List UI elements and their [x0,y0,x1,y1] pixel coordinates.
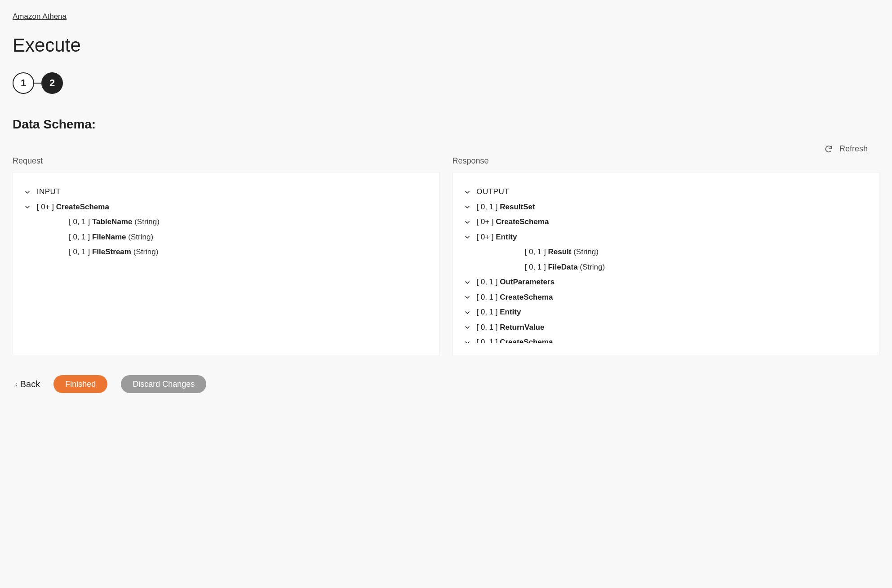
chevron-down-icon [464,336,471,343]
node-name: FileData [548,263,577,271]
tree-node-createschema[interactable]: [ 0+ ] CreateSchema [24,199,429,215]
tree-node-op-entity[interactable]: [ 0, 1 ] Entity [464,305,869,320]
chevron-down-icon [24,201,31,213]
cardinality: [ 0, 1 ] [69,217,90,226]
tree-node-output[interactable]: OUTPUT [464,184,869,199]
stepper: 1 2 [13,72,879,94]
node-name: TableName [92,217,132,226]
back-label: Back [20,379,40,389]
node-type: (String) [133,248,159,256]
chevron-down-icon [464,201,471,213]
cardinality: [ 0, 1 ] [476,293,497,301]
node-type: (String) [128,233,153,241]
node-name: CreateSchema [500,293,553,301]
cardinality: [ 0, 1 ] [476,323,497,332]
cardinality: [ 0, 1 ] [476,308,497,316]
chevron-down-icon [464,186,471,198]
tree-node-rs-result[interactable]: [ 0, 1 ] Result (String) [464,244,869,260]
step-connector [34,83,41,84]
tree-node-rs-filedata[interactable]: [ 0, 1 ] FileData (String) [464,260,869,275]
chevron-down-icon [464,216,471,228]
step-1[interactable]: 1 [13,72,34,94]
node-name: Entity [496,233,517,241]
tree-node-rv-createschema[interactable]: [ 0, 1 ] CreateSchema [464,335,869,343]
back-button[interactable]: ‹ Back [15,379,40,389]
tree-label: INPUT [37,187,61,196]
tree-node-outparameters[interactable]: [ 0, 1 ] OutParameters [464,274,869,290]
request-panel: INPUT [ 0+ ] CreateSchema [ 0, 1 ] Table… [13,172,440,355]
breadcrumb-link[interactable]: Amazon Athena [13,12,67,21]
step-2[interactable]: 2 [41,72,63,94]
chevron-down-icon [464,292,471,303]
node-name: FileName [92,233,126,241]
cardinality: [ 0+ ] [476,233,493,241]
tree-node-filestream[interactable]: [ 0, 1 ] FileStream (String) [24,244,429,260]
tree-node-rs-entity[interactable]: [ 0+ ] Entity [464,230,869,245]
tree-node-tablename[interactable]: [ 0, 1 ] TableName (String) [24,214,429,230]
response-panel: OUTPUT [ 0, 1 ] ResultSet [ 0+ ] CreateS… [453,172,880,355]
cardinality: [ 0, 1 ] [476,338,497,343]
discard-button[interactable]: Discard Changes [121,375,206,393]
tree-node-input[interactable]: INPUT [24,184,429,199]
cardinality: [ 0, 1 ] [476,203,497,211]
tree-label: OUTPUT [476,187,509,196]
node-name: FileStream [92,248,131,256]
section-title: Data Schema: [13,117,879,132]
finished-button[interactable]: Finished [53,375,107,393]
tree-node-returnvalue[interactable]: [ 0, 1 ] ReturnValue [464,320,869,335]
refresh-label: Refresh [839,144,868,154]
chevron-down-icon [464,276,471,288]
node-name: CreateSchema [496,217,549,226]
request-label: Request [13,156,440,166]
page-title: Execute [13,35,879,56]
node-name: CreateSchema [500,338,553,343]
node-type: (String) [580,263,605,271]
refresh-icon [824,145,833,154]
refresh-button[interactable]: Refresh [824,144,868,154]
node-name: CreateSchema [56,203,109,211]
response-label: Response [453,156,880,166]
cardinality: [ 0, 1 ] [476,278,497,286]
cardinality: [ 0, 1 ] [69,233,90,241]
tree-node-resultset[interactable]: [ 0, 1 ] ResultSet [464,199,869,215]
cardinality: [ 0, 1 ] [69,248,90,256]
chevron-down-icon [464,322,471,333]
node-type: (String) [573,248,599,256]
chevron-down-icon [24,186,31,198]
tree-node-op-createschema[interactable]: [ 0, 1 ] CreateSchema [464,290,869,305]
node-type: (String) [134,217,160,226]
chevron-down-icon [464,231,471,243]
cardinality: [ 0, 1 ] [525,263,546,271]
node-name: OutParameters [500,278,555,286]
cardinality: [ 0, 1 ] [525,248,546,256]
node-name: ReturnValue [500,323,544,332]
chevron-left-icon: ‹ [15,380,18,388]
node-name: Result [548,248,571,256]
tree-node-filename[interactable]: [ 0, 1 ] FileName (String) [24,230,429,245]
cardinality: [ 0+ ] [37,203,54,211]
node-name: ResultSet [500,203,535,211]
chevron-down-icon [464,306,471,318]
tree-node-rs-createschema[interactable]: [ 0+ ] CreateSchema [464,214,869,230]
cardinality: [ 0+ ] [476,217,493,226]
node-name: Entity [500,308,521,316]
